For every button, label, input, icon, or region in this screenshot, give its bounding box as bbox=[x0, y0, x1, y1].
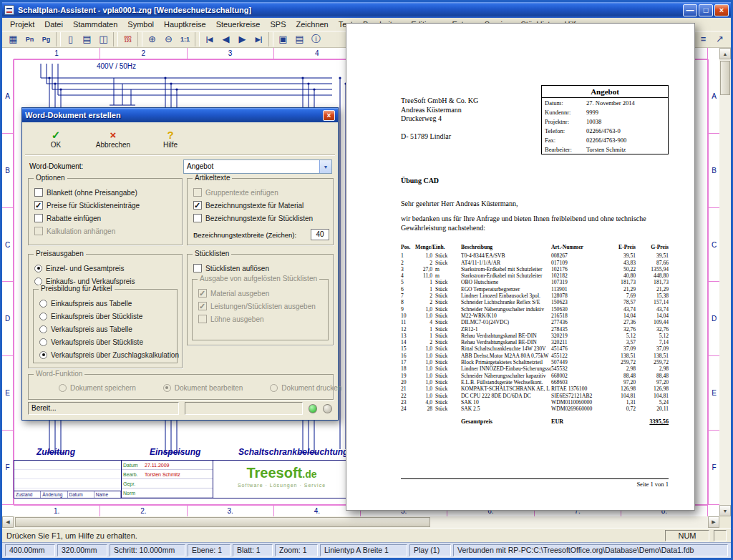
cell-einzelpreis: 5,12 bbox=[607, 333, 636, 339]
menu-item[interactable]: Zeichnen bbox=[291, 19, 333, 29]
cell-einzelpreis: 14,04 bbox=[607, 313, 636, 319]
cell-artikelnummer: 668603 bbox=[551, 379, 607, 385]
dialog-title-bar[interactable]: Word-Dokument erstellen × bbox=[22, 108, 338, 122]
scroll-left-icon[interactable]: ◀ bbox=[2, 516, 14, 528]
zoom-in-icon[interactable]: ⊕ bbox=[144, 31, 160, 47]
next-sheet-icon[interactable]: ▶ bbox=[234, 31, 251, 47]
offer-info-box: Angebot Datum: 27. November 2014 Kundenn… bbox=[541, 85, 669, 154]
menu-item[interactable]: Hauptkreise bbox=[159, 19, 211, 29]
separator bbox=[113, 32, 118, 46]
radio-button[interactable]: Verkaufspreis über Stückliste bbox=[34, 335, 177, 348]
pointer-icon[interactable]: ↗ bbox=[712, 31, 728, 47]
window-icon[interactable]: ▣ bbox=[275, 31, 291, 47]
radio-label: Einkaufspreis aus Tabelle bbox=[51, 300, 132, 308]
scroll-up-icon[interactable]: ▲ bbox=[719, 48, 731, 59]
checkbox-label: Preise für Stücklisteneinträge bbox=[47, 202, 140, 210]
info-row: Bearbeiter: Torsten Schmitz bbox=[542, 144, 668, 154]
info-label: Datum: bbox=[545, 99, 586, 107]
cancel-button[interactable]: × Abbrechen bbox=[89, 126, 137, 152]
ruler-label: 2 bbox=[100, 48, 187, 59]
radio-button[interactable]: Verkaufspreis über Zuschlagskalkulation bbox=[34, 348, 177, 361]
menu-item[interactable]: Datei bbox=[39, 19, 68, 29]
breite-input[interactable]: 40 bbox=[311, 229, 329, 240]
zoom-1to1-icon[interactable]: 1:1 bbox=[177, 31, 193, 47]
chevron-down-icon[interactable]: ▼ bbox=[319, 160, 331, 173]
group-ausgabe-stuecklisten: Ausgabe von aufgelösten Stücklisten Mate… bbox=[192, 279, 329, 340]
cell-einzelpreis: 40,80 bbox=[607, 272, 636, 279]
cell-einheit: Stück bbox=[435, 306, 461, 313]
dialog-close-button[interactable]: × bbox=[323, 110, 335, 121]
cell-einzelpreis: 43,83 bbox=[607, 260, 636, 266]
info-icon[interactable]: ⓘ bbox=[308, 31, 324, 47]
table-row: 21 1,0 Stück KOMPAKT-SCHALTSCHRANK AE, L… bbox=[401, 385, 669, 392]
offer-title: Angebot bbox=[542, 86, 668, 98]
checkbox-label: Rabatte einfügen bbox=[47, 215, 101, 222]
help-button[interactable]: ? Hilfe bbox=[147, 126, 194, 152]
printer-icon[interactable]: ▤ bbox=[291, 31, 308, 47]
word-doc-select[interactable]: Angebot ▼ bbox=[183, 159, 332, 174]
previous-sheet-icon[interactable]: ◀ bbox=[218, 31, 234, 47]
radio-button[interactable]: Einkaufspreis über Stückliste bbox=[34, 310, 177, 323]
checkbox[interactable]: Bezeichnungstexte für Material bbox=[188, 199, 333, 212]
checkbox[interactable]: Rabatte einfügen bbox=[29, 212, 182, 225]
document-preview-window[interactable]: TreeSoft GmbH & Co. KGAndreas Küstermann… bbox=[346, 23, 695, 511]
toolbar-icon-glyph: ▤ bbox=[295, 34, 304, 44]
ok-check-icon: ✓ bbox=[52, 129, 61, 140]
layers-icon[interactable]: ≡ bbox=[695, 31, 712, 47]
breite-label: Bezeichnungstextbreite (Zeichen): bbox=[193, 231, 296, 239]
table-row: 20 1,0 Stück E.L.B. Füllstandsgeräte Wec… bbox=[401, 379, 669, 385]
cell-menge: 2 bbox=[415, 299, 435, 305]
salutation: Sehr geehrter Herr Andreas Küstermann, bbox=[401, 200, 518, 207]
menu-item[interactable]: Steuerkreise bbox=[211, 19, 266, 29]
info-value: Torsten Schmitz bbox=[586, 146, 665, 153]
radio-circle bbox=[39, 300, 47, 308]
cell-menge: 11,0 bbox=[415, 272, 435, 279]
radio-button[interactable]: Einzel- und Gesamtpreis bbox=[29, 262, 182, 275]
ruler-label: 3. bbox=[188, 506, 274, 516]
checkbox[interactable]: Stücklisten auflösen bbox=[188, 262, 333, 275]
horizontal-scrollbar[interactable]: ◀ ▶ bbox=[2, 516, 719, 528]
close-button[interactable]: × bbox=[714, 4, 729, 16]
menu-item[interactable]: Stammdaten bbox=[68, 19, 122, 29]
scroll-down-icon[interactable]: ▼ bbox=[719, 505, 731, 516]
print-icon[interactable]: ▤ bbox=[79, 31, 95, 47]
project-grid-icon[interactable]: ▦ bbox=[5, 31, 21, 47]
horizontal-scroll-thumb[interactable] bbox=[15, 517, 430, 527]
document-subject: Übung CAD bbox=[401, 177, 439, 185]
cell-einheit: m bbox=[435, 266, 461, 272]
radio-button: Dokument drucken bbox=[264, 381, 341, 394]
checkbox[interactable]: Preise für Stücklisteneinträge bbox=[29, 199, 182, 212]
title-bar[interactable]: Schaltplan-Assistent - vpla0001.zng [Wen… bbox=[2, 2, 731, 18]
cell-einzelpreis: 50,22 bbox=[607, 266, 636, 272]
menu-item[interactable]: Projekt bbox=[5, 19, 39, 29]
scrollbar-corner bbox=[719, 516, 731, 528]
last-sheet-icon[interactable]: ▶| bbox=[251, 31, 267, 47]
new-document-icon[interactable]: ▯ bbox=[62, 31, 79, 47]
print-pn-icon[interactable]: Pn bbox=[21, 31, 38, 47]
checkbox-box bbox=[193, 201, 202, 210]
print-pg-icon[interactable]: Pg bbox=[38, 31, 54, 47]
zoom-out-icon[interactable]: ⊖ bbox=[160, 31, 177, 47]
info-value: 27. November 2014 bbox=[586, 99, 665, 107]
header-epreis: E-Preis bbox=[607, 244, 636, 250]
radio-button[interactable]: Verkaufspreis aus Tabelle bbox=[34, 323, 177, 335]
numbering-icon[interactable]: 005 123 bbox=[120, 31, 136, 47]
cell-beschreibung: Starkstrom-Erdkabel mit Schutzleiter bbox=[461, 272, 551, 279]
scroll-right-icon[interactable]: ▶ bbox=[708, 516, 719, 528]
cell-menge: 4,0 bbox=[415, 399, 435, 406]
menu-item[interactable]: Symbol bbox=[122, 19, 159, 29]
info-label: Kundennr: bbox=[545, 109, 586, 116]
separator bbox=[195, 32, 200, 46]
print-preview-icon[interactable]: ◫ bbox=[95, 31, 112, 47]
first-sheet-icon[interactable]: |◀ bbox=[201, 31, 218, 47]
radio-button[interactable]: Einkaufspreis aus Tabelle bbox=[34, 297, 177, 310]
maximize-button[interactable]: □ bbox=[699, 4, 713, 16]
checkbox[interactable]: Blankett (ohne Preisangabe) bbox=[29, 186, 182, 199]
minimize-button[interactable]: — bbox=[683, 4, 697, 16]
checkbox[interactable]: Bezeichnungstexte für Stücklisten bbox=[188, 212, 333, 225]
vertical-scrollbar[interactable]: ▲ ▼ bbox=[719, 48, 731, 516]
cell-einzelpreis: 78,57 bbox=[607, 299, 636, 305]
vertical-scroll-thumb[interactable] bbox=[720, 61, 730, 95]
menu-item[interactable]: SPS bbox=[265, 19, 291, 29]
ok-button[interactable]: ✓ OK bbox=[32, 126, 79, 152]
